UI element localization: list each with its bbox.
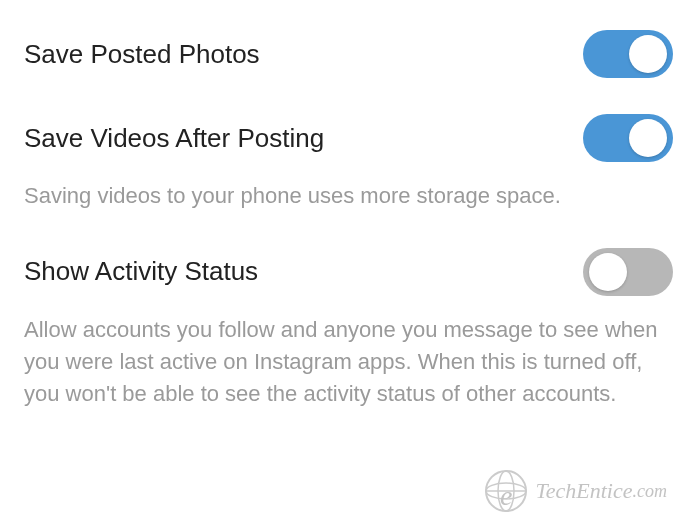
svg-text:e: e — [500, 480, 512, 511]
setting-title: Save Posted Photos — [24, 39, 260, 70]
toggle-knob — [629, 119, 667, 157]
toggle-save-posted-photos[interactable] — [583, 30, 673, 78]
watermark-brand: TechEntice — [536, 478, 633, 504]
toggle-knob — [629, 35, 667, 73]
setting-desc-save-videos: Saving videos to your phone uses more st… — [24, 180, 673, 212]
setting-desc-activity-status: Allow accounts you follow and anyone you… — [24, 314, 673, 410]
globe-icon: e — [482, 467, 530, 515]
watermark: e TechEntice .com — [482, 467, 667, 515]
toggle-knob — [589, 253, 627, 291]
setting-save-posted-photos: Save Posted Photos — [24, 30, 673, 78]
setting-title: Save Videos After Posting — [24, 123, 324, 154]
toggle-show-activity-status[interactable] — [583, 248, 673, 296]
setting-save-videos-after-posting: Save Videos After Posting — [24, 114, 673, 162]
watermark-suffix: .com — [633, 481, 668, 502]
setting-title: Show Activity Status — [24, 256, 258, 287]
setting-show-activity-status: Show Activity Status — [24, 248, 673, 296]
toggle-save-videos-after-posting[interactable] — [583, 114, 673, 162]
